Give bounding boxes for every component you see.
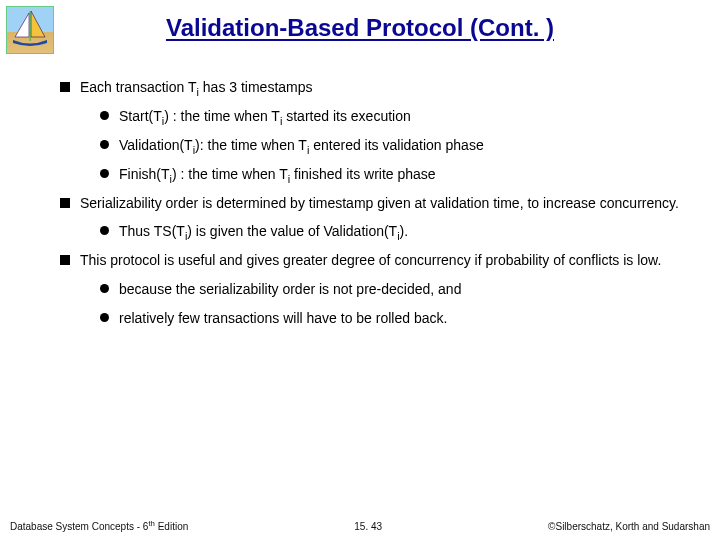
bullet-3-text: This protocol is useful and gives greate… [80, 251, 690, 270]
bullet-1b: Validation(Ti): the time when Ti entered… [100, 136, 690, 155]
circle-bullet-icon [100, 226, 109, 235]
bullet-1c: Finish(Ti) : the time when Ti finished i… [100, 165, 690, 184]
bullet-3b-text: relatively few transactions will have to… [119, 309, 690, 328]
bullet-1-text: Each transaction Ti has 3 timestamps [80, 78, 690, 97]
bullet-2a: Thus TS(Ti) is given the value of Valida… [100, 222, 690, 241]
circle-bullet-icon [100, 111, 109, 120]
bullet-3: This protocol is useful and gives greate… [60, 251, 690, 270]
bullet-2a-text: Thus TS(Ti) is given the value of Valida… [119, 222, 690, 241]
footer-center: 15. 43 [188, 521, 548, 532]
bullet-3a-text: because the serializability order is not… [119, 280, 690, 299]
bullet-1b-text: Validation(Ti): the time when Ti entered… [119, 136, 690, 155]
circle-bullet-icon [100, 140, 109, 149]
bullet-2-text: Serializability order is determined by t… [80, 194, 690, 213]
slide-body: Each transaction Ti has 3 timestamps Sta… [60, 78, 690, 338]
bullet-2: Serializability order is determined by t… [60, 194, 690, 213]
circle-bullet-icon [100, 284, 109, 293]
bullet-3a: because the serializability order is not… [100, 280, 690, 299]
slide-footer: Database System Concepts - 6th Edition 1… [10, 521, 710, 532]
square-bullet-icon [60, 255, 70, 265]
bullet-1: Each transaction Ti has 3 timestamps [60, 78, 690, 97]
footer-left: Database System Concepts - 6th Edition [10, 521, 188, 532]
bullet-1a-text: Start(Ti) : the time when Ti started its… [119, 107, 690, 126]
circle-bullet-icon [100, 169, 109, 178]
bullet-3b: relatively few transactions will have to… [100, 309, 690, 328]
square-bullet-icon [60, 198, 70, 208]
bullet-1a: Start(Ti) : the time when Ti started its… [100, 107, 690, 126]
bullet-1c-text: Finish(Ti) : the time when Ti finished i… [119, 165, 690, 184]
circle-bullet-icon [100, 313, 109, 322]
footer-right: ©Silberschatz, Korth and Sudarshan [548, 521, 710, 532]
square-bullet-icon [60, 82, 70, 92]
slide-title: Validation-Based Protocol (Cont. ) [0, 14, 720, 42]
